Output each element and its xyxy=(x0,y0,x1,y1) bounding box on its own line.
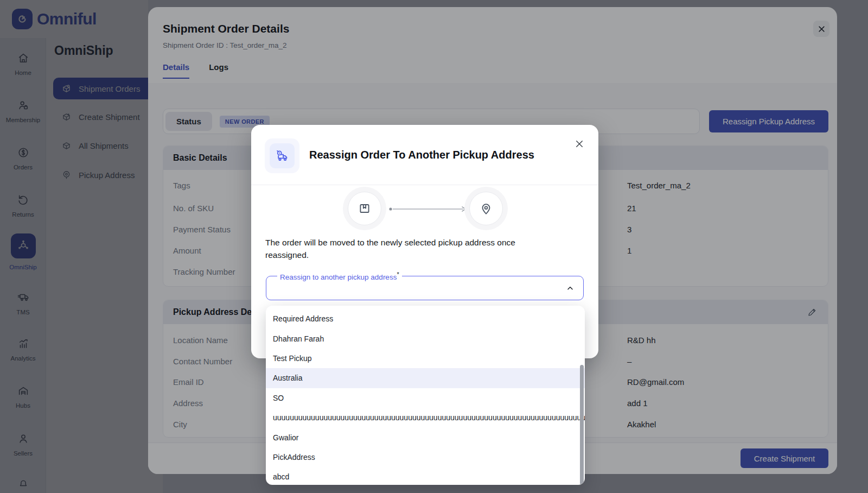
dropdown-option[interactable]: Test Pickup xyxy=(266,349,585,368)
select-floating-label: Reassign to another pickup address* xyxy=(277,271,402,281)
modal-description: The order will be moved to the newly sel… xyxy=(265,236,545,262)
modal-divider xyxy=(251,185,598,185)
modal-title: Reassign Order To Another Pickup Address xyxy=(309,149,534,161)
dropdown-option[interactable]: uuuuuuuuuuuuuuuuuuuuuuuuuuuuuuuuuuuuuuuu… xyxy=(266,408,585,427)
dropdown-option[interactable]: PickAddress xyxy=(266,447,585,467)
dropdown-option-highlighted[interactable]: Australia xyxy=(266,368,585,388)
dropdown-option[interactable]: Gwalior xyxy=(266,427,585,447)
truck-pin-icon xyxy=(275,149,290,163)
modal-close-button[interactable] xyxy=(575,139,584,149)
pickup-address-dropdown: Required Address Dhahran Farah Test Pick… xyxy=(266,306,585,485)
pickup-address-select[interactable]: Reassign to another pickup address* xyxy=(266,276,584,300)
package-source-circle xyxy=(348,192,381,225)
destination-pin-circle xyxy=(469,192,503,225)
dropdown-option[interactable]: Dhahran Farah xyxy=(266,328,585,348)
dropdown-option[interactable]: SO xyxy=(266,388,585,408)
dropdown-option[interactable]: abcd xyxy=(266,467,585,485)
required-asterisk: * xyxy=(397,271,399,277)
dropdown-scrollbar[interactable] xyxy=(580,365,584,485)
close-icon xyxy=(575,139,584,149)
chevron-up-icon xyxy=(566,284,575,293)
modal-icon-tile xyxy=(265,138,299,173)
map-pin-icon xyxy=(479,201,493,216)
package-icon xyxy=(358,201,372,216)
flow-arrow xyxy=(388,205,469,213)
dropdown-option[interactable]: Required Address xyxy=(266,309,585,328)
